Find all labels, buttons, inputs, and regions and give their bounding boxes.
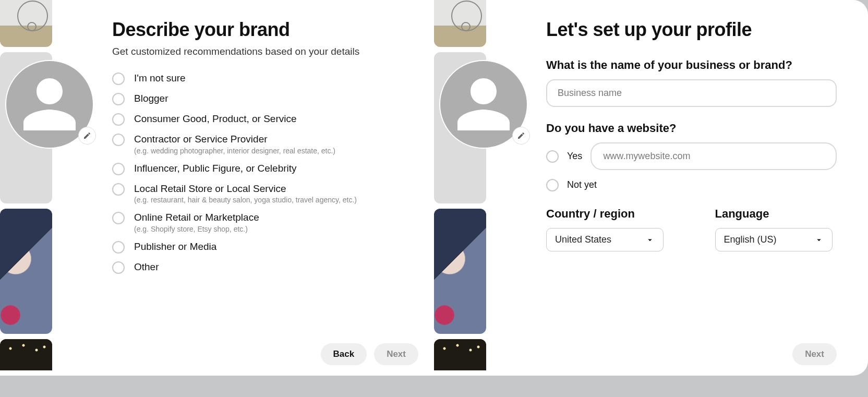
- website-notyet-row[interactable]: Not yet: [546, 178, 837, 191]
- radio-icon: [112, 212, 125, 224]
- option-publisher[interactable]: Publisher or Media: [112, 240, 418, 254]
- option-sublabel: (e.g. restaurant, hair & beauty salon, y…: [134, 196, 357, 204]
- person-icon: [452, 73, 515, 136]
- option-not-sure[interactable]: I'm not sure: [112, 72, 418, 85]
- country-select[interactable]: United States: [546, 228, 664, 251]
- radio-icon: [112, 113, 125, 126]
- avatar-placeholder[interactable]: [5, 60, 94, 149]
- option-label: Online Retail or Marketplace: [134, 211, 259, 224]
- person-icon: [18, 73, 81, 136]
- radio-icon: [112, 134, 125, 146]
- radio-icon: [546, 179, 559, 191]
- option-other[interactable]: Other: [112, 261, 418, 274]
- radio-icon: [112, 163, 125, 175]
- brand-describe-panel: Describe your brand Get customized recom…: [0, 0, 434, 376]
- thumbnail-strip: [434, 0, 486, 376]
- thumb-face: [0, 209, 52, 334]
- locale-row: Country / region United States Language …: [546, 207, 837, 251]
- subheading: Get customized recommendations based on …: [112, 46, 418, 57]
- chevron-down-icon: [645, 235, 655, 245]
- option-blogger[interactable]: Blogger: [112, 92, 418, 105]
- avatar-placeholder[interactable]: [439, 60, 528, 149]
- website-question: Do you have a website?: [546, 122, 837, 135]
- thumb-room: [434, 0, 486, 47]
- heading: Let's set up your profile: [546, 19, 837, 41]
- next-button[interactable]: Next: [792, 343, 837, 365]
- business-name-input[interactable]: [546, 79, 837, 107]
- footer-actions: Back Next: [112, 335, 418, 365]
- option-label: Influencer, Public Figure, or Celebrity: [134, 162, 297, 175]
- chevron-down-icon: [814, 235, 824, 245]
- edit-avatar-button[interactable]: [512, 127, 530, 145]
- business-name-question: What is the name of your business or bra…: [546, 58, 837, 72]
- thumb-room: [0, 0, 52, 47]
- avatar-card: [0, 52, 52, 203]
- radio-icon: [112, 183, 125, 196]
- pencil-icon: [83, 131, 91, 140]
- pencil-icon: [517, 131, 525, 140]
- option-label: Local Retail Store or Local Service: [134, 183, 357, 196]
- profile-setup-panel: Let's set up your profile What is the na…: [434, 0, 868, 376]
- language-select[interactable]: English (US): [715, 228, 833, 251]
- option-sublabel: (e.g. Shopify store, Etsy shop, etc.): [134, 225, 259, 233]
- option-label: Contractor or Service Provider: [134, 133, 335, 146]
- radio-icon: [112, 241, 125, 254]
- option-label: I'm not sure: [134, 72, 186, 85]
- language-label: Language: [715, 207, 837, 221]
- option-contractor[interactable]: Contractor or Service Provider (e.g. wed…: [112, 133, 418, 155]
- thumbnail-strip: [0, 0, 52, 376]
- radio-icon: [112, 93, 125, 105]
- thumb-face: [434, 209, 486, 334]
- option-local-retail[interactable]: Local Retail Store or Local Service (e.g…: [112, 183, 418, 204]
- option-label: Other: [134, 261, 159, 274]
- option-online-retail[interactable]: Online Retail or Marketplace (e.g. Shopi…: [112, 211, 418, 233]
- notyet-label: Not yet: [567, 179, 597, 191]
- option-consumer-good[interactable]: Consumer Good, Product, or Service: [112, 113, 418, 126]
- country-value: United States: [555, 234, 611, 245]
- website-input[interactable]: [590, 142, 837, 170]
- language-value: English (US): [724, 234, 777, 245]
- profile-form: Let's set up your profile What is the na…: [546, 19, 837, 365]
- radio-icon[interactable]: [546, 150, 559, 163]
- avatar-card: [434, 52, 486, 203]
- back-button[interactable]: Back: [321, 343, 367, 365]
- option-influencer[interactable]: Influencer, Public Figure, or Celebrity: [112, 162, 418, 175]
- website-yes-row: Yes: [546, 142, 837, 170]
- brand-type-options: I'm not sure Blogger Consumer Good, Prod…: [112, 72, 418, 335]
- heading: Describe your brand: [112, 19, 418, 41]
- edit-avatar-button[interactable]: [78, 127, 96, 145]
- country-label: Country / region: [546, 207, 668, 221]
- radio-icon: [112, 73, 125, 85]
- option-label: Blogger: [134, 92, 168, 105]
- option-label: Publisher or Media: [134, 240, 216, 254]
- option-sublabel: (e.g. wedding photographer, interior des…: [134, 147, 335, 155]
- thumb-lights: [434, 339, 486, 370]
- yes-label[interactable]: Yes: [567, 150, 582, 162]
- footer-actions: Next: [546, 335, 837, 365]
- brand-form: Describe your brand Get customized recom…: [112, 19, 418, 365]
- thumb-lights: [0, 339, 52, 370]
- language-column: Language English (US): [715, 207, 837, 251]
- radio-icon: [112, 261, 125, 274]
- next-button[interactable]: Next: [374, 343, 418, 365]
- option-label: Consumer Good, Product, or Service: [134, 113, 297, 126]
- country-column: Country / region United States: [546, 207, 668, 251]
